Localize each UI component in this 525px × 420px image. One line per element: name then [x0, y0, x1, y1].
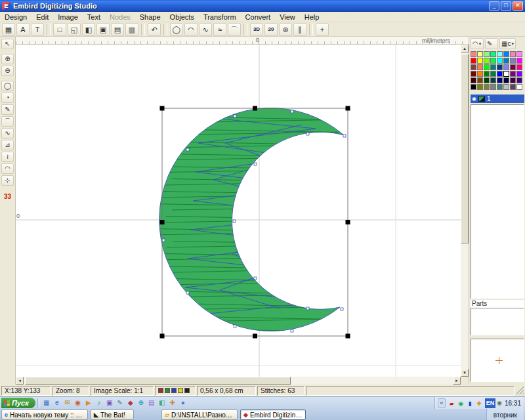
palette-mode-button[interactable]: ▦c▾	[499, 38, 516, 49]
minimize-button[interactable]: _	[489, 1, 499, 10]
menu-convert[interactable]: Convert	[241, 12, 276, 22]
utility-3-icon[interactable]: ✚	[167, 398, 178, 408]
layer-row-selected[interactable]: ◉ 1	[471, 94, 524, 103]
stitch-node[interactable]	[186, 291, 189, 294]
menu-design[interactable]: Design	[0, 12, 32, 22]
utility-2-icon[interactable]: ◧	[157, 398, 167, 408]
utility-1-icon[interactable]: ▤	[146, 398, 157, 408]
menu-help[interactable]: Help	[300, 12, 324, 22]
menu-text[interactable]: Text	[83, 12, 105, 22]
stitch-node[interactable]	[306, 133, 309, 135]
color-edit-button[interactable]: ✎	[485, 38, 498, 49]
show-desktop-icon[interactable]: ▦	[41, 398, 52, 408]
menu-edit[interactable]: Edit	[32, 12, 53, 22]
stitch-node[interactable]	[306, 307, 309, 310]
language-indicator[interactable]: EN	[485, 398, 495, 408]
media-player-icon[interactable]: ◉	[73, 398, 83, 408]
menu-image[interactable]: Image	[53, 12, 83, 22]
player-icon[interactable]: ▶	[83, 398, 94, 408]
selection-handle[interactable]	[253, 334, 257, 339]
palette-color-26[interactable]	[484, 71, 490, 77]
stitch-node[interactable]	[341, 308, 343, 310]
menu-transform[interactable]: Transform	[199, 12, 241, 22]
palette-color-37[interactable]	[503, 77, 509, 83]
node-edit-tool-button[interactable]: ⊹	[1, 175, 14, 186]
center-design-button[interactable]: +	[316, 23, 329, 36]
ellipse-shape-button[interactable]: ◯	[170, 23, 183, 36]
palette-color-1[interactable]	[477, 51, 483, 57]
selection-handle[interactable]	[346, 106, 350, 111]
close-button[interactable]: ✕	[513, 1, 523, 10]
palette-color-29[interactable]	[503, 71, 509, 77]
undo-button[interactable]: ↶	[148, 23, 161, 36]
palette-color-43[interactable]	[490, 84, 496, 90]
zigzag-shape-button[interactable]: ≈	[213, 23, 226, 36]
palette-color-31[interactable]	[516, 71, 522, 77]
palette-color-10[interactable]	[484, 58, 490, 64]
dome-tool-button[interactable]: ◠	[1, 163, 14, 174]
palette-color-19[interactable]	[490, 64, 496, 70]
messenger-icon[interactable]: ◆	[125, 398, 136, 408]
selection-handle[interactable]	[160, 334, 165, 339]
palette-color-38[interactable]	[510, 77, 516, 83]
export-file-button[interactable]: ▤	[111, 23, 124, 36]
scroll-right-arrow[interactable]: ▸	[453, 377, 461, 385]
selection-handle[interactable]	[160, 106, 165, 111]
palette-color-40[interactable]	[471, 84, 476, 90]
palette-color-13[interactable]	[503, 58, 509, 64]
stitch-node[interactable]	[234, 325, 236, 327]
print-button[interactable]: ▥	[125, 23, 138, 36]
palette-color-42[interactable]	[484, 84, 490, 90]
pen-tool-button[interactable]: ✎	[1, 104, 14, 115]
split-view-button[interactable]: ∥	[293, 23, 306, 36]
text-tool-button[interactable]: T	[31, 23, 44, 36]
stitch-node[interactable]	[291, 329, 293, 332]
stitch-node[interactable]	[162, 239, 165, 242]
stitch-node[interactable]	[343, 135, 346, 137]
palette-color-39[interactable]	[516, 77, 522, 83]
stitch-node[interactable]	[291, 110, 293, 113]
selection-handle[interactable]	[160, 220, 165, 224]
settings-button[interactable]: ⊛	[279, 23, 292, 36]
resize-grip[interactable]	[516, 387, 524, 394]
lettering-button[interactable]: A	[16, 23, 30, 36]
parts-list[interactable]	[471, 308, 524, 335]
arc-tool-button[interactable]: ⌒	[1, 116, 14, 127]
palette-color-46[interactable]	[510, 84, 516, 90]
palette-color-44[interactable]	[497, 84, 503, 90]
selection-handle[interactable]	[253, 106, 257, 111]
documents-icon[interactable]: ▣	[104, 398, 115, 408]
palette-color-24[interactable]	[471, 71, 476, 77]
stitch-node[interactable]	[254, 277, 257, 280]
maximize-button[interactable]: □	[501, 1, 511, 10]
curve-shape-button[interactable]: ⌒	[228, 23, 241, 36]
stitch-node[interactable]	[233, 220, 236, 222]
selection-handle[interactable]	[346, 334, 350, 339]
palette-color-41[interactable]	[477, 84, 483, 90]
visibility-icon[interactable]: ◉	[472, 96, 476, 102]
object-list[interactable]	[471, 104, 524, 299]
palette-color-5[interactable]	[503, 51, 509, 57]
selection-handle[interactable]	[346, 220, 350, 224]
scroll-down-arrow[interactable]: ▾	[461, 369, 469, 377]
horizontal-scrollbar[interactable]: ◂ ▸	[16, 377, 461, 385]
save-file-button[interactable]: ▣	[96, 23, 110, 36]
open-file-button[interactable]: ◱	[68, 23, 81, 36]
palette-color-3[interactable]	[490, 51, 496, 57]
snake-tool-button[interactable]: ≀	[1, 152, 14, 162]
palette-color-14[interactable]	[510, 58, 516, 64]
palette-color-16[interactable]	[471, 64, 476, 70]
stitch-node[interactable]	[254, 163, 257, 165]
design-canvas[interactable]: 0	[16, 45, 461, 377]
palette-color-33[interactable]	[477, 77, 483, 83]
volume-tray-icon[interactable]: ◉	[456, 400, 465, 407]
mail-icon[interactable]: ✉	[62, 398, 73, 408]
scroll-up-arrow[interactable]: ▴	[461, 45, 469, 52]
palette-color-34[interactable]	[484, 77, 490, 83]
start-button[interactable]: Пуск	[1, 398, 35, 408]
palette-color-2[interactable]	[484, 51, 490, 57]
arc-shape-button[interactable]: ◠	[184, 23, 198, 36]
antivirus-tray-icon[interactable]: ▰	[447, 400, 456, 407]
utility-4-icon[interactable]: ●	[178, 398, 188, 408]
palette-color-47[interactable]	[516, 84, 522, 90]
